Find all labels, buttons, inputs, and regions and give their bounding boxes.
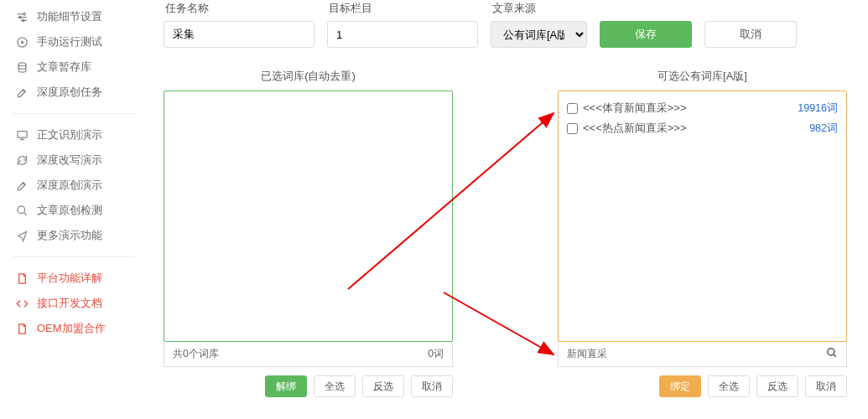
select-all-right-button[interactable]: 全选 <box>708 375 750 397</box>
available-row-count: 19916词 <box>798 101 838 116</box>
article-source-label: 文章来源 <box>491 2 587 16</box>
sidebar-item-手动运行测试[interactable]: 手动运行测试 <box>0 29 147 54</box>
task-name-field: 任务名称 <box>164 2 314 48</box>
sidebar-item-label: 深度原创演示 <box>37 178 102 193</box>
refresh-icon <box>15 153 29 167</box>
sidebar-separator <box>13 113 134 114</box>
sidebar-item-label: 深度原创任务 <box>37 85 102 100</box>
selected-count-label: 共0个词库 <box>173 347 219 361</box>
play-icon <box>15 35 29 49</box>
svg-point-0 <box>23 13 25 15</box>
sidebar-item-更多演示功能[interactable]: 更多演示功能 <box>0 223 147 248</box>
edit-icon <box>15 178 29 192</box>
sidebar-item-文章暂存库[interactable]: 文章暂存库 <box>0 54 147 80</box>
doc-icon <box>15 322 29 335</box>
sidebar-item-深度改写演示[interactable]: 深度改写演示 <box>0 147 147 173</box>
available-pane-title: 可选公有词库[A版] <box>558 69 847 84</box>
database-icon <box>15 60 29 74</box>
sidebar-separator <box>13 256 134 257</box>
available-pane: 可选公有词库[A版] <<<体育新闻直采>>>19916词<<<热点新闻直采>>… <box>558 69 847 397</box>
selected-pane-title: 已选词库(自动去重) <box>164 69 453 84</box>
search-input[interactable] <box>567 349 826 360</box>
available-actions: 绑定 全选 反选 取消 <box>558 375 847 397</box>
selected-list[interactable] <box>164 91 453 342</box>
available-footer <box>558 342 847 367</box>
sidebar-item-label: 手动运行测试 <box>37 34 102 49</box>
sliders-icon <box>15 10 29 23</box>
available-row-count: 982词 <box>809 122 838 136</box>
task-name-label: 任务名称 <box>164 2 314 16</box>
sidebar-item-label: 深度改写演示 <box>37 153 102 168</box>
svg-point-7 <box>17 205 24 213</box>
unbind-button[interactable]: 解绑 <box>265 375 307 397</box>
sidebar-item-label: 正文识别演示 <box>37 127 102 142</box>
panes-container: 已选词库(自动去重) 共0个词库 0词 解绑 全选 反选 取消 可选公有词库[A… <box>164 69 855 397</box>
available-row-name: <<<热点新闻直采>>> <box>583 121 687 136</box>
code-icon <box>15 297 29 310</box>
cancel-right-button[interactable]: 取消 <box>805 375 847 397</box>
article-source-select[interactable]: 公有词库[A版] <box>491 21 587 48</box>
selected-word-count: 0词 <box>428 347 444 361</box>
save-button[interactable]: 保存 <box>600 21 692 48</box>
cancel-button[interactable]: 取消 <box>704 21 797 48</box>
main-area: 任务名称 目标栏目 文章来源 公有词库[A版] 保存 取消 已选词库(自动去重)… <box>164 0 855 419</box>
sidebar-item-label: OEM加盟合作 <box>37 321 106 336</box>
sidebar-item-接口开发文档[interactable]: 接口开发文档 <box>0 291 147 316</box>
sidebar: 功能细节设置手动运行测试文章暂存库深度原创任务 正文识别演示深度改写演示深度原创… <box>0 0 147 345</box>
svg-line-10 <box>834 354 836 357</box>
available-row-label[interactable]: <<<热点新闻直采>>> <box>567 121 687 136</box>
sidebar-item-平台功能详解[interactable]: 平台功能详解 <box>0 266 147 291</box>
selected-actions: 解绑 全选 反选 取消 <box>164 375 453 397</box>
svg-line-8 <box>23 212 26 215</box>
selected-footer: 共0个词库 0词 <box>164 342 453 367</box>
target-column-field: 目标栏目 <box>327 2 478 48</box>
svg-point-5 <box>18 62 26 65</box>
sidebar-item-功能细节设置[interactable]: 功能细节设置 <box>0 4 147 29</box>
edit-icon <box>15 85 29 99</box>
bind-button[interactable]: 绑定 <box>659 375 701 397</box>
select-all-left-button[interactable]: 全选 <box>314 375 356 397</box>
form-row: 任务名称 目标栏目 文章来源 公有词库[A版] 保存 取消 <box>164 0 855 48</box>
svg-marker-4 <box>21 40 24 44</box>
target-column-label: 目标栏目 <box>327 2 478 16</box>
sidebar-item-label: 更多演示功能 <box>37 228 102 243</box>
sidebar-item-label: 平台功能详解 <box>37 271 102 286</box>
sidebar-item-深度原创任务[interactable]: 深度原创任务 <box>0 80 147 105</box>
sidebar-item-label: 文章暂存库 <box>37 59 91 75</box>
doc-icon <box>15 272 29 285</box>
sidebar-item-文章原创检测[interactable]: 文章原创检测 <box>0 198 147 223</box>
available-row-checkbox[interactable] <box>567 123 578 134</box>
sidebar-item-label: 接口开发文档 <box>37 296 102 311</box>
task-name-input[interactable] <box>164 21 314 48</box>
sidebar-item-正文识别演示[interactable]: 正文识别演示 <box>0 122 147 147</box>
sidebar-item-label: 功能细节设置 <box>37 9 102 24</box>
available-list[interactable]: <<<体育新闻直采>>>19916词<<<热点新闻直采>>>982词 <box>558 91 847 342</box>
sidebar-item-OEM加盟合作[interactable]: OEM加盟合作 <box>0 316 147 341</box>
search-icon[interactable] <box>826 347 838 361</box>
monitor-icon <box>15 128 29 142</box>
available-row-checkbox[interactable] <box>567 103 578 114</box>
available-row[interactable]: <<<体育新闻直采>>>19916词 <box>567 98 838 118</box>
svg-point-9 <box>828 349 834 355</box>
invert-right-button[interactable]: 反选 <box>756 375 798 397</box>
invert-left-button[interactable]: 反选 <box>362 375 404 397</box>
search-icon <box>15 204 29 217</box>
share-icon <box>15 229 29 242</box>
available-row-name: <<<体育新闻直采>>> <box>583 101 687 116</box>
sidebar-item-深度原创演示[interactable]: 深度原创演示 <box>0 173 147 198</box>
sidebar-item-label: 文章原创检测 <box>37 203 102 218</box>
available-row-label[interactable]: <<<体育新闻直采>>> <box>567 101 687 116</box>
available-row[interactable]: <<<热点新闻直采>>>982词 <box>567 118 838 138</box>
target-column-input[interactable] <box>327 21 478 48</box>
cancel-left-button[interactable]: 取消 <box>411 375 453 397</box>
svg-rect-6 <box>17 131 26 137</box>
selected-pane: 已选词库(自动去重) 共0个词库 0词 解绑 全选 反选 取消 <box>164 69 453 397</box>
article-source-field: 文章来源 公有词库[A版] <box>491 2 587 48</box>
